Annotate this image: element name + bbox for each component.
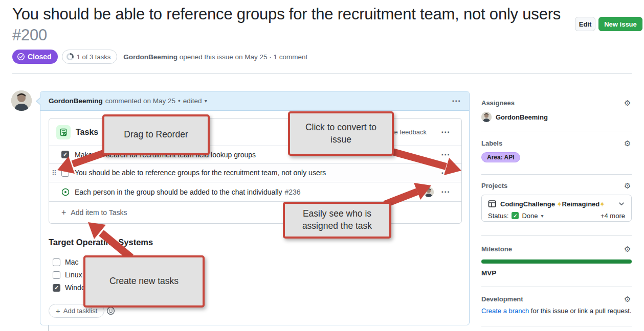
status-badge: Closed xyxy=(12,50,58,64)
chevron-down-icon[interactable] xyxy=(618,200,625,207)
status-value[interactable]: Done xyxy=(522,212,538,220)
assignees-heading: Assignees xyxy=(481,99,515,107)
more-projects[interactable]: +4 more xyxy=(601,212,625,220)
task-kebab-icon[interactable]: ⋯ xyxy=(441,169,450,177)
timeline-line xyxy=(48,325,49,331)
callout-create-new-tasks: Create new tasks xyxy=(83,255,205,308)
callout-easily-see-assigned: Easily see who is assigned the task xyxy=(283,202,391,239)
project-table-icon xyxy=(488,200,496,208)
callout-drag-to-reorder: Drag to Reorder xyxy=(102,114,210,155)
os-checkbox-row: Linux xyxy=(53,271,82,279)
status-label: Status: xyxy=(488,212,508,220)
progress-circle-icon xyxy=(66,53,74,60)
task-kebab-icon[interactable]: ⋯ xyxy=(441,187,450,196)
project-status-row: Status: ✓ Done ▾ +4 more xyxy=(488,210,625,221)
issue-ref: #236 xyxy=(285,188,301,196)
development-text: Create a branch for this issue or link a… xyxy=(481,307,632,315)
milestone-progress-bar xyxy=(481,259,632,264)
task-issue-link[interactable]: Each person in the group should be added… xyxy=(75,188,301,196)
project-name: CodingChallenge ✦Reimagined✦ xyxy=(500,200,605,208)
project-name-row[interactable]: CodingChallenge ✦Reimagined✦ xyxy=(488,198,625,209)
task-checkbox[interactable] xyxy=(61,169,69,177)
os-checkbox[interactable] xyxy=(53,258,60,266)
avatar-image xyxy=(11,90,32,111)
assignees-gear-icon[interactable]: ⚙ xyxy=(624,99,631,108)
assignee-avatar xyxy=(481,112,492,122)
project-card: CodingChallenge ✦Reimagined✦ Status: ✓ D… xyxy=(481,195,632,222)
header-divider xyxy=(12,73,632,74)
development-heading: Development xyxy=(481,295,523,303)
avatar-image xyxy=(424,187,434,197)
milestone-heading: Milestone xyxy=(481,245,512,253)
task-row: ⠿ You should be able to reference groups… xyxy=(49,163,461,182)
task-row: Each person in the group should be added… xyxy=(49,182,461,202)
comment-author[interactable]: GordonBeeming xyxy=(49,97,103,105)
callout-click-to-convert: Click to convert to issue xyxy=(288,111,394,156)
issue-opened-icon xyxy=(61,188,70,196)
projects-gear-icon[interactable]: ⚙ xyxy=(624,181,631,191)
assignee-row[interactable]: GordonBeeming xyxy=(481,112,548,122)
check-circle-icon xyxy=(17,53,25,61)
add-item-button[interactable]: + Add item to Tasks xyxy=(49,202,461,223)
dot-separator: • xyxy=(178,97,181,105)
create-branch-link[interactable]: Create a branch xyxy=(481,307,529,315)
os-checkbox-row: Mac xyxy=(53,258,78,266)
target-os-heading: Target Operating Systems xyxy=(49,238,153,247)
task-checkbox[interactable] xyxy=(61,151,69,158)
edited-label[interactable]: edited xyxy=(183,97,202,105)
tasklist-icon xyxy=(56,125,71,139)
milestone-name[interactable]: MVP xyxy=(481,269,496,277)
sidebar-divider xyxy=(481,287,632,287)
task-text: You should be able to reference groups f… xyxy=(75,169,326,177)
status-caret-icon[interactable]: ▾ xyxy=(541,213,544,219)
issue-number: #200 xyxy=(12,26,47,44)
projects-heading: Projects xyxy=(481,182,507,190)
os-label: Linux xyxy=(65,271,82,279)
sidebar-divider xyxy=(481,235,632,236)
sparkles-icon: ✦ xyxy=(557,201,562,208)
opened-meta: GordonBeeming opened this issue on May 2… xyxy=(123,53,307,61)
sidebar-divider xyxy=(481,131,632,131)
edit-button[interactable]: Edit xyxy=(575,17,595,31)
plus-icon: + xyxy=(61,208,66,217)
sidebar-divider xyxy=(481,326,632,326)
os-checkbox[interactable] xyxy=(53,284,60,292)
comment-kebab-icon[interactable]: ⋯ xyxy=(452,97,461,105)
tasks-progress-pill: 1 of 3 tasks xyxy=(62,50,117,64)
milestone-gear-icon[interactable]: ⚙ xyxy=(624,245,631,254)
comment-header: GordonBeeming commented on May 25 • edit… xyxy=(40,91,469,111)
labels-gear-icon[interactable]: ⚙ xyxy=(624,139,631,148)
os-label: Mac xyxy=(65,258,78,266)
smiley-icon xyxy=(106,306,115,315)
task-assignee-avatar[interactable] xyxy=(424,187,434,197)
sidebar-divider xyxy=(481,174,632,175)
plus-icon: + xyxy=(56,306,60,315)
new-issue-button[interactable]: New issue xyxy=(598,17,642,31)
tasklist-kebab-icon[interactable]: ⋯ xyxy=(441,128,450,136)
comment-action: commented on May 25 xyxy=(105,97,175,105)
comment-author-avatar[interactable] xyxy=(11,90,32,111)
done-check-icon: ✓ xyxy=(512,212,519,219)
label-area-api[interactable]: Area: API xyxy=(481,152,520,162)
opened-author[interactable]: GordonBeeming xyxy=(123,53,177,61)
drag-handle-icon[interactable]: ⠿ xyxy=(52,169,57,177)
page-title: You should be able to reference groups f… xyxy=(12,4,562,46)
task-kebab-icon[interactable]: ⋯ xyxy=(441,150,450,159)
os-checkbox[interactable] xyxy=(53,271,60,279)
sparkles-icon: ✦ xyxy=(599,201,605,208)
issue-status-row: Closed 1 of 3 tasks GordonBeeming opened… xyxy=(12,50,307,64)
edited-caret-icon[interactable]: ▾ xyxy=(205,98,207,104)
tasklist-title: Tasks xyxy=(76,128,98,137)
labels-heading: Labels xyxy=(481,139,502,147)
assignee-name: GordonBeeming xyxy=(496,113,548,121)
development-gear-icon[interactable]: ⚙ xyxy=(624,295,631,304)
